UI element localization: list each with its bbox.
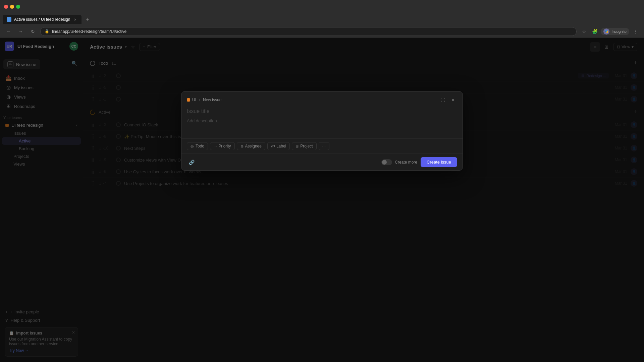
create-issue-button[interactable]: Create issue (421, 157, 457, 167)
toolbar-actions: ☆ 🧩 🎭 Incognito ⋮ (579, 27, 640, 36)
modal-header: UI › New issue ⛶ ✕ (181, 92, 463, 107)
modal-team-badge: UI (187, 98, 196, 102)
modal-actions: ⛶ ✕ (438, 96, 457, 104)
tab-bar: Active issues / Ui feed redesign ✕ + (0, 13, 644, 25)
more-button[interactable]: ⋮ (631, 27, 640, 36)
new-tab-button[interactable]: + (83, 15, 92, 24)
browser-toolbar: ← → ↻ 🔒 linear.app/ui-feed-redesign/team… (0, 25, 644, 38)
assignee-icon: ⊕ (240, 144, 244, 148)
modal-team-name: UI (192, 98, 196, 102)
label-button[interactable]: 🏷 Label (267, 142, 290, 150)
tab-favicon (7, 17, 11, 22)
modal-footer: 🔗 Create more Create issue (181, 154, 463, 170)
profile-label: Incognito (611, 29, 627, 34)
close-button[interactable] (4, 5, 8, 9)
issue-title-input[interactable] (181, 107, 463, 117)
bookmark-button[interactable]: ☆ (579, 27, 589, 36)
forward-button[interactable]: → (16, 27, 25, 36)
modal-team-dot (187, 98, 190, 102)
label-icon: 🏷 (271, 144, 275, 148)
project-icon: ⊞ (296, 144, 299, 148)
address-bar[interactable]: 🔒 linear.app/ui-feed-redesign/team/UI/ac… (40, 27, 577, 36)
modal-breadcrumb-sep: › (199, 98, 200, 102)
label-label: Label (276, 144, 286, 148)
issue-description-input[interactable] (181, 117, 463, 137)
tab-title: Active issues / Ui feed redesign (14, 17, 70, 22)
assignee-button[interactable]: ⊕ Assignee (237, 142, 265, 150)
app-layout: UR UI Feed Redesign CC ✏ New issue 🔍 📥 I… (0, 38, 644, 362)
tab-close-button[interactable]: ✕ (73, 17, 77, 22)
refresh-button[interactable]: ↻ (28, 27, 38, 36)
new-issue-modal: UI › New issue ⛶ ✕ ◎ Todo ·· (181, 91, 463, 171)
assignee-label: Assignee (245, 144, 262, 148)
modal-close-button[interactable]: ✕ (448, 96, 457, 104)
minimize-button[interactable] (10, 5, 14, 9)
modal-breadcrumb-label: New issue (203, 98, 221, 102)
more-options-icon: ··· (322, 144, 326, 148)
modal-toolbar: ◎ Todo ··· Priority ⊕ Assignee 🏷 Label ⊞ (181, 138, 463, 154)
extensions-button[interactable]: 🧩 (590, 27, 599, 36)
create-more-switch[interactable] (381, 159, 392, 165)
create-more-toggle[interactable]: Create more (381, 159, 417, 165)
browser-chrome: Active issues / Ui feed redesign ✕ + ← →… (0, 0, 644, 38)
project-button[interactable]: ⊞ Project (292, 142, 316, 150)
status-icon: ◎ (191, 144, 194, 148)
incognito-button[interactable]: 🎭 Incognito (601, 28, 629, 35)
create-more-label: Create more (395, 160, 417, 165)
priority-icon: ··· (214, 144, 217, 148)
active-tab[interactable]: Active issues / Ui feed redesign ✕ (3, 15, 82, 24)
browser-controls (4, 5, 20, 9)
priority-label: Priority (218, 144, 231, 148)
maximize-button[interactable] (16, 5, 20, 9)
attach-button[interactable]: 🔗 (187, 158, 196, 167)
profile-avatar: 🎭 (603, 28, 609, 35)
attach-icon: 🔗 (189, 160, 195, 165)
status-label: Todo (196, 144, 204, 148)
url-text: linear.app/ui-feed-redesign/team/UI/acti… (52, 29, 126, 34)
back-button[interactable]: ← (4, 27, 13, 36)
priority-button[interactable]: ··· Priority (210, 142, 235, 150)
browser-titlebar (0, 0, 644, 13)
more-options-button[interactable]: ··· (319, 142, 329, 150)
modal-footer-right: Create more Create issue (381, 157, 457, 167)
modal-expand-button[interactable]: ⛶ (438, 96, 447, 104)
modal-overlay[interactable]: UI › New issue ⛶ ✕ ◎ Todo ·· (0, 38, 644, 362)
status-button[interactable]: ◎ Todo (187, 142, 208, 150)
project-label: Project (300, 144, 313, 148)
